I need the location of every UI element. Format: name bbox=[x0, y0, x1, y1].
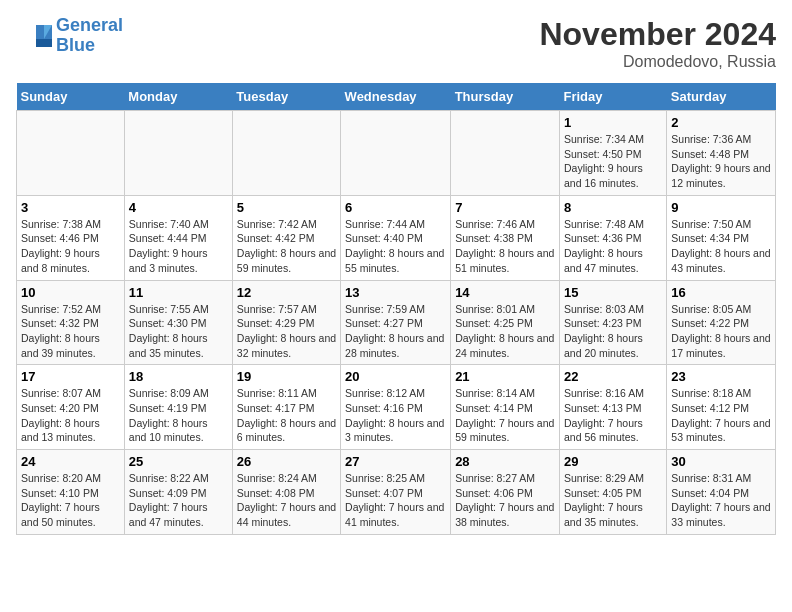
calendar-cell: 30Sunrise: 8:31 AMSunset: 4:04 PMDayligh… bbox=[667, 450, 776, 535]
day-info: Sunrise: 7:59 AMSunset: 4:27 PMDaylight:… bbox=[345, 302, 446, 361]
calendar-cell: 7Sunrise: 7:46 AMSunset: 4:38 PMDaylight… bbox=[451, 195, 560, 280]
day-number: 26 bbox=[237, 454, 336, 469]
day-number: 29 bbox=[564, 454, 662, 469]
calendar-cell: 26Sunrise: 8:24 AMSunset: 4:08 PMDayligh… bbox=[232, 450, 340, 535]
calendar-cell: 23Sunrise: 8:18 AMSunset: 4:12 PMDayligh… bbox=[667, 365, 776, 450]
calendar-week-row: 24Sunrise: 8:20 AMSunset: 4:10 PMDayligh… bbox=[17, 450, 776, 535]
day-info: Sunrise: 8:05 AMSunset: 4:22 PMDaylight:… bbox=[671, 302, 771, 361]
calendar-cell bbox=[232, 111, 340, 196]
column-header-saturday: Saturday bbox=[667, 83, 776, 111]
day-number: 10 bbox=[21, 285, 120, 300]
column-header-sunday: Sunday bbox=[17, 83, 125, 111]
calendar-cell: 18Sunrise: 8:09 AMSunset: 4:19 PMDayligh… bbox=[124, 365, 232, 450]
day-number: 25 bbox=[129, 454, 228, 469]
calendar-cell: 25Sunrise: 8:22 AMSunset: 4:09 PMDayligh… bbox=[124, 450, 232, 535]
day-number: 9 bbox=[671, 200, 771, 215]
calendar-cell: 17Sunrise: 8:07 AMSunset: 4:20 PMDayligh… bbox=[17, 365, 125, 450]
day-info: Sunrise: 7:36 AMSunset: 4:48 PMDaylight:… bbox=[671, 132, 771, 191]
day-number: 14 bbox=[455, 285, 555, 300]
column-header-tuesday: Tuesday bbox=[232, 83, 340, 111]
day-info: Sunrise: 8:11 AMSunset: 4:17 PMDaylight:… bbox=[237, 386, 336, 445]
day-info: Sunrise: 8:18 AMSunset: 4:12 PMDaylight:… bbox=[671, 386, 771, 445]
day-info: Sunrise: 7:48 AMSunset: 4:36 PMDaylight:… bbox=[564, 217, 662, 276]
day-number: 7 bbox=[455, 200, 555, 215]
calendar-week-row: 17Sunrise: 8:07 AMSunset: 4:20 PMDayligh… bbox=[17, 365, 776, 450]
day-info: Sunrise: 8:07 AMSunset: 4:20 PMDaylight:… bbox=[21, 386, 120, 445]
calendar-cell: 20Sunrise: 8:12 AMSunset: 4:16 PMDayligh… bbox=[341, 365, 451, 450]
day-number: 15 bbox=[564, 285, 662, 300]
day-info: Sunrise: 8:12 AMSunset: 4:16 PMDaylight:… bbox=[345, 386, 446, 445]
logo-text: General Blue bbox=[56, 16, 123, 56]
day-info: Sunrise: 8:20 AMSunset: 4:10 PMDaylight:… bbox=[21, 471, 120, 530]
day-info: Sunrise: 7:46 AMSunset: 4:38 PMDaylight:… bbox=[455, 217, 555, 276]
calendar-week-row: 3Sunrise: 7:38 AMSunset: 4:46 PMDaylight… bbox=[17, 195, 776, 280]
logo-line2: Blue bbox=[56, 35, 95, 55]
calendar-cell: 16Sunrise: 8:05 AMSunset: 4:22 PMDayligh… bbox=[667, 280, 776, 365]
day-number: 1 bbox=[564, 115, 662, 130]
day-number: 11 bbox=[129, 285, 228, 300]
day-info: Sunrise: 7:42 AMSunset: 4:42 PMDaylight:… bbox=[237, 217, 336, 276]
title-area: November 2024 Domodedovo, Russia bbox=[539, 16, 776, 71]
day-number: 6 bbox=[345, 200, 446, 215]
day-info: Sunrise: 8:22 AMSunset: 4:09 PMDaylight:… bbox=[129, 471, 228, 530]
day-info: Sunrise: 8:03 AMSunset: 4:23 PMDaylight:… bbox=[564, 302, 662, 361]
calendar-cell: 4Sunrise: 7:40 AMSunset: 4:44 PMDaylight… bbox=[124, 195, 232, 280]
calendar-cell: 22Sunrise: 8:16 AMSunset: 4:13 PMDayligh… bbox=[559, 365, 666, 450]
day-info: Sunrise: 8:16 AMSunset: 4:13 PMDaylight:… bbox=[564, 386, 662, 445]
day-number: 21 bbox=[455, 369, 555, 384]
day-info: Sunrise: 8:14 AMSunset: 4:14 PMDaylight:… bbox=[455, 386, 555, 445]
calendar-cell: 5Sunrise: 7:42 AMSunset: 4:42 PMDaylight… bbox=[232, 195, 340, 280]
day-info: Sunrise: 7:44 AMSunset: 4:40 PMDaylight:… bbox=[345, 217, 446, 276]
day-info: Sunrise: 8:27 AMSunset: 4:06 PMDaylight:… bbox=[455, 471, 555, 530]
day-number: 24 bbox=[21, 454, 120, 469]
day-number: 17 bbox=[21, 369, 120, 384]
day-number: 3 bbox=[21, 200, 120, 215]
calendar-header-row: SundayMondayTuesdayWednesdayThursdayFrid… bbox=[17, 83, 776, 111]
day-info: Sunrise: 7:57 AMSunset: 4:29 PMDaylight:… bbox=[237, 302, 336, 361]
svg-marker-2 bbox=[36, 39, 52, 47]
calendar-cell: 24Sunrise: 8:20 AMSunset: 4:10 PMDayligh… bbox=[17, 450, 125, 535]
calendar-cell: 9Sunrise: 7:50 AMSunset: 4:34 PMDaylight… bbox=[667, 195, 776, 280]
calendar-table: SundayMondayTuesdayWednesdayThursdayFrid… bbox=[16, 83, 776, 535]
logo: General Blue bbox=[16, 16, 123, 56]
calendar-cell bbox=[17, 111, 125, 196]
day-info: Sunrise: 7:50 AMSunset: 4:34 PMDaylight:… bbox=[671, 217, 771, 276]
day-info: Sunrise: 7:34 AMSunset: 4:50 PMDaylight:… bbox=[564, 132, 662, 191]
day-info: Sunrise: 8:29 AMSunset: 4:05 PMDaylight:… bbox=[564, 471, 662, 530]
logo-line1: General bbox=[56, 15, 123, 35]
calendar-cell: 21Sunrise: 8:14 AMSunset: 4:14 PMDayligh… bbox=[451, 365, 560, 450]
day-info: Sunrise: 8:01 AMSunset: 4:25 PMDaylight:… bbox=[455, 302, 555, 361]
calendar-cell bbox=[451, 111, 560, 196]
calendar-cell: 8Sunrise: 7:48 AMSunset: 4:36 PMDaylight… bbox=[559, 195, 666, 280]
calendar-cell: 29Sunrise: 8:29 AMSunset: 4:05 PMDayligh… bbox=[559, 450, 666, 535]
day-number: 22 bbox=[564, 369, 662, 384]
day-info: Sunrise: 8:25 AMSunset: 4:07 PMDaylight:… bbox=[345, 471, 446, 530]
day-info: Sunrise: 8:31 AMSunset: 4:04 PMDaylight:… bbox=[671, 471, 771, 530]
calendar-cell: 14Sunrise: 8:01 AMSunset: 4:25 PMDayligh… bbox=[451, 280, 560, 365]
calendar-cell: 19Sunrise: 8:11 AMSunset: 4:17 PMDayligh… bbox=[232, 365, 340, 450]
day-info: Sunrise: 8:09 AMSunset: 4:19 PMDaylight:… bbox=[129, 386, 228, 445]
page-header: General Blue November 2024 Domodedovo, R… bbox=[16, 16, 776, 71]
calendar-cell: 6Sunrise: 7:44 AMSunset: 4:40 PMDaylight… bbox=[341, 195, 451, 280]
day-number: 2 bbox=[671, 115, 771, 130]
calendar-cell: 2Sunrise: 7:36 AMSunset: 4:48 PMDaylight… bbox=[667, 111, 776, 196]
calendar-cell: 15Sunrise: 8:03 AMSunset: 4:23 PMDayligh… bbox=[559, 280, 666, 365]
day-number: 19 bbox=[237, 369, 336, 384]
day-info: Sunrise: 7:55 AMSunset: 4:30 PMDaylight:… bbox=[129, 302, 228, 361]
calendar-week-row: 1Sunrise: 7:34 AMSunset: 4:50 PMDaylight… bbox=[17, 111, 776, 196]
calendar-cell: 11Sunrise: 7:55 AMSunset: 4:30 PMDayligh… bbox=[124, 280, 232, 365]
day-number: 5 bbox=[237, 200, 336, 215]
column-header-monday: Monday bbox=[124, 83, 232, 111]
calendar-cell: 10Sunrise: 7:52 AMSunset: 4:32 PMDayligh… bbox=[17, 280, 125, 365]
calendar-cell: 28Sunrise: 8:27 AMSunset: 4:06 PMDayligh… bbox=[451, 450, 560, 535]
day-number: 27 bbox=[345, 454, 446, 469]
calendar-cell: 3Sunrise: 7:38 AMSunset: 4:46 PMDaylight… bbox=[17, 195, 125, 280]
day-number: 16 bbox=[671, 285, 771, 300]
column-header-friday: Friday bbox=[559, 83, 666, 111]
calendar-cell: 1Sunrise: 7:34 AMSunset: 4:50 PMDaylight… bbox=[559, 111, 666, 196]
calendar-week-row: 10Sunrise: 7:52 AMSunset: 4:32 PMDayligh… bbox=[17, 280, 776, 365]
day-info: Sunrise: 7:52 AMSunset: 4:32 PMDaylight:… bbox=[21, 302, 120, 361]
calendar-cell bbox=[341, 111, 451, 196]
column-header-wednesday: Wednesday bbox=[341, 83, 451, 111]
day-info: Sunrise: 8:24 AMSunset: 4:08 PMDaylight:… bbox=[237, 471, 336, 530]
